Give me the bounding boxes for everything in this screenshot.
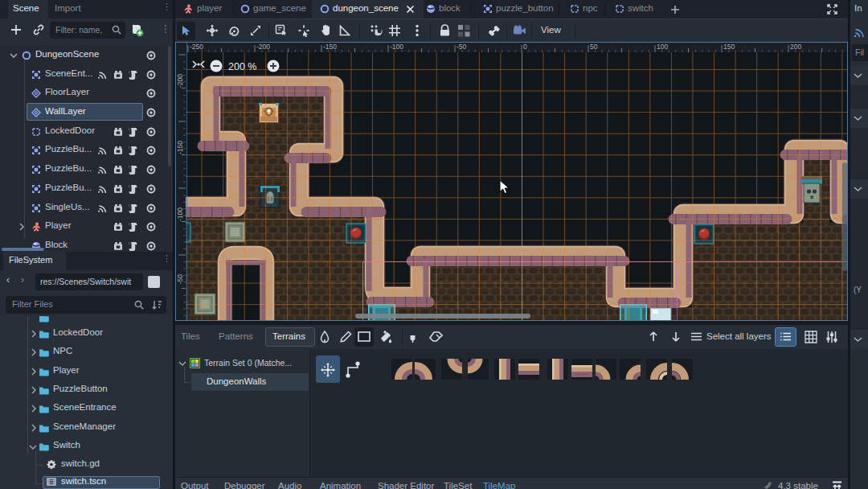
svg-text:-100: -100 xyxy=(390,43,403,51)
svg-text:0: 0 xyxy=(523,43,527,51)
svg-text:150: 150 xyxy=(723,43,735,51)
svg-text:-200: -200 xyxy=(176,74,184,88)
svg-text:-250: -250 xyxy=(190,43,203,51)
svg-text:200: 200 xyxy=(790,43,801,51)
svg-text:50: 50 xyxy=(590,43,598,51)
svg-text:100: 100 xyxy=(657,43,668,51)
svg-text:-150: -150 xyxy=(176,141,184,154)
svg-text:-200: -200 xyxy=(256,43,270,51)
svg-text:-50: -50 xyxy=(457,43,467,51)
svg-text:200 %: 200 % xyxy=(228,61,256,72)
svg-text:-50: -50 xyxy=(176,274,184,285)
svg-text:-100: -100 xyxy=(176,208,184,221)
svg-text:-150: -150 xyxy=(323,43,337,51)
